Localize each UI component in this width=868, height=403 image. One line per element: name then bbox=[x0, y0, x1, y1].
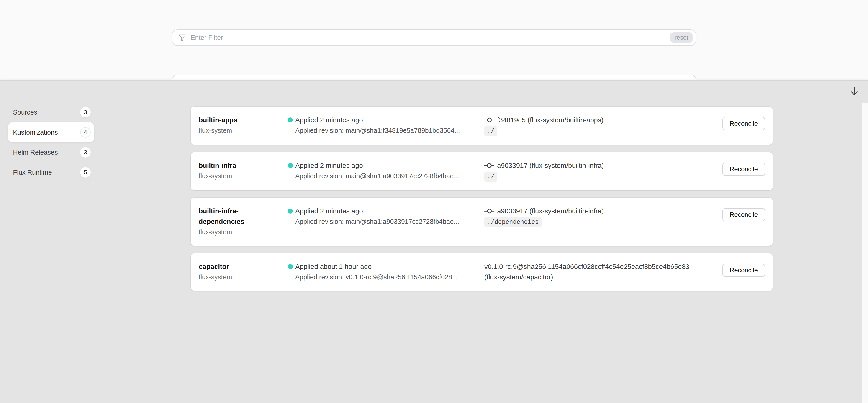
sidebar-item-count-badge: 4 bbox=[80, 127, 91, 137]
sidebar-item-count-badge: 5 bbox=[80, 167, 91, 177]
reconcile-button[interactable]: Reconcile bbox=[722, 163, 765, 176]
revision-ref-text: a9033917 (flux-system/builtin-infra) bbox=[497, 160, 604, 171]
kustomization-path-chip: ./ bbox=[484, 126, 497, 136]
kustomization-path-chip: ./ bbox=[484, 172, 497, 182]
status-line: Applied 2 minutes ago bbox=[295, 160, 484, 171]
revision-ref-line: f34819e5 (flux-system/builtin-apps) bbox=[484, 115, 713, 125]
status-ready-dot bbox=[288, 264, 293, 269]
applied-revision-text: Applied revision: v0.1.0-rc.9@sha256:115… bbox=[295, 272, 484, 282]
status-line: Applied 2 minutes ago bbox=[295, 115, 484, 125]
kustomization-list: builtin-apps flux-system Applied 2 minut… bbox=[191, 106, 773, 291]
sidebar-item-kustomizations[interactable]: Kustomizations 4 bbox=[8, 122, 94, 142]
status-text: Applied 2 minutes ago bbox=[295, 207, 363, 215]
status-ready-dot bbox=[288, 117, 293, 123]
kustomization-card[interactable]: capacitor flux-system Applied about 1 ho… bbox=[191, 253, 773, 291]
card-name-column: capacitor flux-system bbox=[199, 261, 281, 282]
status-text: Applied 2 minutes ago bbox=[295, 116, 363, 124]
sidebar-item-label: Sources bbox=[13, 109, 80, 116]
git-commit-icon bbox=[484, 162, 494, 169]
revision-ref-text: f34819e5 (flux-system/builtin-apps) bbox=[497, 115, 603, 125]
card-status-column: Applied 2 minutes ago Applied revision: … bbox=[288, 115, 484, 136]
sidebar-item-label: Helm Releases bbox=[13, 149, 80, 156]
applied-revision-text: Applied revision: main@sha1:a9033917cc27… bbox=[295, 171, 484, 181]
git-commit-icon bbox=[484, 208, 494, 214]
status-ready-dot bbox=[288, 163, 293, 168]
sidebar-item-sources[interactable]: Sources 3 bbox=[8, 102, 94, 122]
status-text: Applied 2 minutes ago bbox=[295, 162, 363, 169]
kustomization-name: builtin-apps bbox=[199, 115, 281, 125]
card-status-column: Applied 2 minutes ago Applied revision: … bbox=[288, 160, 484, 181]
kustomization-card[interactable]: builtin-infra flux-system Applied 2 minu… bbox=[191, 152, 773, 190]
card-name-column: builtin-infra flux-system bbox=[199, 160, 281, 181]
sidebar-item-count-badge: 3 bbox=[80, 107, 91, 117]
reconcile-button[interactable]: Reconcile bbox=[722, 208, 765, 221]
kustomization-card[interactable]: builtin-infra-dependencies flux-system A… bbox=[191, 198, 773, 246]
revision-ref-line2: (flux-system/capacitor) bbox=[484, 272, 713, 282]
status-line: Applied 2 minutes ago bbox=[295, 206, 484, 216]
sidebar-item-count-badge: 3 bbox=[80, 147, 91, 158]
kustomization-name: builtin-infra bbox=[199, 160, 281, 171]
kustomization-name: capacitor bbox=[199, 261, 281, 272]
card-status-column: Applied 2 minutes ago Applied revision: … bbox=[288, 206, 484, 227]
card-name-column: builtin-apps flux-system bbox=[199, 115, 281, 136]
card-status-column: Applied about 1 hour ago Applied revisio… bbox=[288, 261, 484, 282]
card-revision-column: a9033917 (flux-system/builtin-infra) ./d… bbox=[484, 206, 713, 227]
sidebar-divider bbox=[102, 102, 102, 186]
reconcile-button[interactable]: Reconcile bbox=[722, 264, 765, 277]
card-revision-column: v0.1.0-rc.9@sha256:1154a066cf028ccff4c54… bbox=[484, 261, 713, 282]
kustomization-namespace: flux-system bbox=[199, 171, 281, 181]
card-revision-column: a9033917 (flux-system/builtin-infra) ./ bbox=[484, 160, 713, 182]
sidebar-item-label: Flux Runtime bbox=[13, 169, 80, 176]
kustomization-name: builtin-infra-dependencies bbox=[199, 206, 281, 227]
sidebar-item-flux-runtime[interactable]: Flux Runtime 5 bbox=[8, 162, 94, 182]
card-revision-column: f34819e5 (flux-system/builtin-apps) ./ bbox=[484, 115, 713, 136]
filter-bar: reset bbox=[172, 29, 696, 46]
applied-revision-text: Applied revision: main@sha1:f34819e5a789… bbox=[295, 125, 484, 136]
kustomization-namespace: flux-system bbox=[199, 125, 281, 136]
resource-type-sidebar: Sources 3 Kustomizations 4 Helm Releases… bbox=[8, 102, 94, 182]
filter-input[interactable] bbox=[191, 34, 670, 41]
reset-filter-button[interactable]: reset bbox=[670, 32, 693, 43]
kustomization-namespace: flux-system bbox=[199, 272, 281, 282]
sidebar-item-helm-releases[interactable]: Helm Releases 3 bbox=[8, 142, 94, 162]
reconcile-button[interactable]: Reconcile bbox=[722, 117, 765, 130]
revision-ref-line: a9033917 (flux-system/builtin-infra) bbox=[484, 206, 713, 216]
panel-scrollbar-track[interactable] bbox=[862, 103, 868, 403]
filter-funnel-icon bbox=[178, 34, 186, 41]
flux-ui-page: { "colors": { "status_dot": "#2dd4bf" },… bbox=[0, 0, 868, 403]
arrow-down-icon[interactable] bbox=[850, 86, 859, 97]
git-commit-icon bbox=[484, 117, 494, 123]
status-ready-dot bbox=[288, 208, 293, 213]
card-name-column: builtin-infra-dependencies flux-system bbox=[199, 206, 281, 237]
status-line: Applied about 1 hour ago bbox=[295, 261, 484, 272]
sidebar-item-label: Kustomizations bbox=[13, 129, 80, 136]
kustomization-namespace: flux-system bbox=[199, 227, 281, 237]
status-text: Applied about 1 hour ago bbox=[295, 263, 372, 270]
revision-ref-line: a9033917 (flux-system/builtin-infra) bbox=[484, 160, 713, 171]
applied-revision-text: Applied revision: main@sha1:a9033917cc27… bbox=[295, 216, 484, 227]
kustomization-path-chip: ./dependencies bbox=[484, 217, 541, 227]
resources-panel: Sources 3 Kustomizations 4 Helm Releases… bbox=[0, 80, 868, 403]
revision-ref-text: v0.1.0-rc.9@sha256:1154a066cf028ccff4c54… bbox=[484, 261, 689, 272]
kustomization-card[interactable]: builtin-apps flux-system Applied 2 minut… bbox=[191, 106, 773, 145]
revision-ref-text: a9033917 (flux-system/builtin-infra) bbox=[497, 206, 604, 216]
revision-ref-line: v0.1.0-rc.9@sha256:1154a066cf028ccff4c54… bbox=[484, 261, 713, 272]
